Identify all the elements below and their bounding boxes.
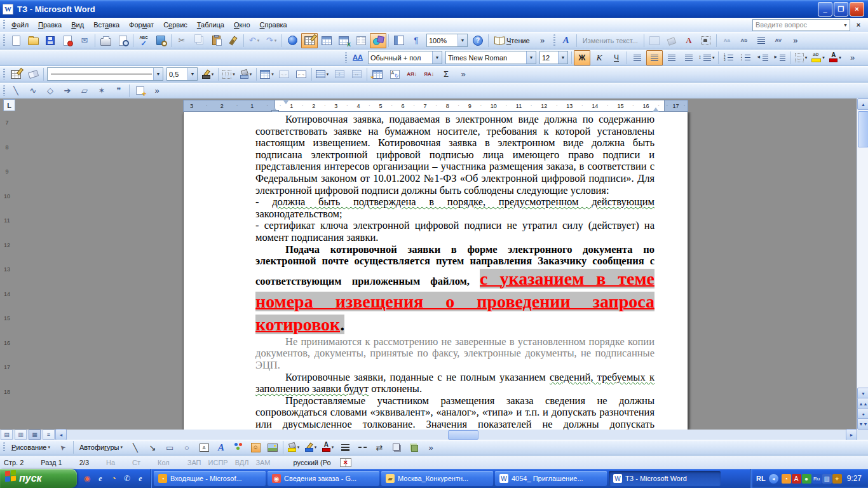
- menu-item-Таблица[interactable]: Таблица: [193, 20, 229, 30]
- fill-color-icon[interactable]: ▾: [285, 440, 302, 455]
- drawing-menu-button[interactable]: Рисование▾: [8, 440, 54, 455]
- bold-icon[interactable]: Ж: [574, 50, 590, 65]
- wordart-character-spacing-icon[interactable]: AV: [770, 33, 787, 48]
- toolbar-options-icon[interactable]: »: [787, 33, 804, 48]
- menu-item-Файл[interactable]: Файл: [7, 20, 33, 30]
- browser-ball-icon[interactable]: ◉: [82, 473, 92, 484]
- toolbar-grip[interactable]: [3, 442, 5, 453]
- line-color-icon[interactable]: ▾: [302, 440, 319, 455]
- scroll-right-icon[interactable]: ►: [846, 429, 857, 440]
- more-autoshapes-icon[interactable]: [132, 83, 148, 98]
- messenger-phone-icon[interactable]: ✆: [122, 473, 132, 484]
- internet-explorer-icon[interactable]: e: [95, 473, 105, 484]
- outline-view-button[interactable]: ≡: [43, 430, 55, 440]
- font-combobox[interactable]: Times New Roman▼: [445, 51, 536, 64]
- scroll-left-icon[interactable]: ◄: [55, 429, 67, 440]
- numbering-icon[interactable]: [721, 50, 737, 65]
- autoshapes-block-arrows-icon[interactable]: ➔: [59, 83, 76, 98]
- columns-icon[interactable]: [353, 33, 369, 48]
- tab-stop-selector[interactable]: L: [3, 99, 15, 111]
- redo-icon[interactable]: ↷▾: [263, 33, 280, 48]
- show-hide-marks-icon[interactable]: ¶: [408, 33, 424, 48]
- toolbar-grip[interactable]: [3, 34, 5, 46]
- chevron-down-icon[interactable]: ▼: [558, 51, 567, 64]
- text-box-icon[interactable]: [196, 440, 212, 455]
- wordart-same-letter-heights-icon[interactable]: Аа: [719, 33, 735, 48]
- taskbar-task[interactable]: WТЗ - Microsoft Word: [609, 471, 721, 486]
- paragraph[interactable]: - сертификат ключа электронной цифровой …: [255, 220, 654, 243]
- line-style-combobox[interactable]: ▼: [47, 67, 163, 81]
- borders-icon[interactable]: ▾: [220, 67, 237, 82]
- scroll-up-icon[interactable]: ▲: [857, 98, 868, 110]
- status-mode-ЗАП[interactable]: ЗАП: [186, 458, 203, 467]
- autoshapes-basic-shapes-icon[interactable]: ◇: [42, 83, 58, 98]
- status-mode-ИСПР[interactable]: ИСПР: [207, 458, 229, 467]
- chevron-down-icon[interactable]: ▼: [187, 68, 197, 80]
- menu-item-Правка[interactable]: Правка: [34, 20, 66, 30]
- paragraph[interactable]: Котировочная заявка, подаваемая в электр…: [255, 114, 654, 196]
- chevron-down-icon[interactable]: ▾: [250, 72, 252, 77]
- bullets-icon[interactable]: [738, 50, 754, 65]
- toolbar-grip[interactable]: [3, 85, 5, 97]
- chevron-down-icon[interactable]: ▾: [327, 72, 329, 77]
- cut-icon[interactable]: ✂: [173, 33, 190, 48]
- normal-view-button[interactable]: ▤: [1, 430, 13, 440]
- chevron-down-icon[interactable]: ▾: [822, 55, 825, 60]
- line-icon[interactable]: ╲: [127, 440, 144, 455]
- toolbar-grip[interactable]: [3, 20, 5, 29]
- new-document-icon[interactable]: [8, 33, 24, 48]
- taskbar-task[interactable]: ◔Входящие - Microsof...: [154, 471, 266, 486]
- oval-icon[interactable]: ○: [179, 440, 195, 455]
- highlight-icon[interactable]: ▾: [810, 50, 827, 65]
- edit-wordart-text-button[interactable]: Изменить текст...: [579, 33, 642, 48]
- autoshapes-flowchart-icon[interactable]: ▱: [76, 83, 93, 98]
- chevron-down-icon[interactable]: ▾: [839, 55, 841, 60]
- wordart-shape-icon[interactable]: А: [681, 33, 697, 48]
- taskbar-task[interactable]: ▰Москва_Конкурентн...: [381, 471, 493, 486]
- toolbar-options-icon[interactable]: »: [423, 440, 439, 455]
- taskbar-task[interactable]: ◉Сведения заказа - G...: [268, 471, 379, 486]
- chevron-down-icon[interactable]: ▾: [332, 445, 334, 450]
- 3d-style-icon[interactable]: [405, 440, 422, 455]
- font-color-icon[interactable]: ▾: [827, 50, 844, 65]
- styles-and-formatting-icon[interactable]: АА: [349, 50, 366, 65]
- increase-indent-icon[interactable]: [772, 50, 789, 65]
- font-color-icon[interactable]: ▾: [320, 440, 336, 455]
- toolbar-grip[interactable]: [553, 34, 555, 46]
- tables-and-borders-icon[interactable]: [301, 33, 318, 48]
- horizontal-scroll-thumb[interactable]: [448, 430, 478, 440]
- right-indent-marker[interactable]: [653, 107, 659, 112]
- paragraph[interactable]: Подача котировочной заявки в форме элект…: [255, 244, 654, 336]
- print-preview-icon[interactable]: [114, 33, 131, 48]
- taskbar-clock[interactable]: 9:27: [847, 474, 862, 483]
- menu-item-Сервис[interactable]: Сервис: [159, 20, 192, 30]
- ask-question-input[interactable]: Введите вопрос ▼: [752, 19, 850, 31]
- tray-chevron-icon[interactable]: ◂: [769, 474, 778, 484]
- chevron-down-icon[interactable]: ▾: [275, 38, 277, 43]
- copy-icon[interactable]: [191, 33, 207, 48]
- distribute-rows-icon[interactable]: [331, 67, 348, 82]
- status-language[interactable]: русский (Ро: [294, 459, 331, 466]
- insert-excel-table-icon[interactable]: [336, 33, 352, 48]
- mail-recipient-icon[interactable]: ✉: [76, 33, 93, 48]
- distribute-columns-icon[interactable]: [348, 67, 365, 82]
- menu-item-Формат[interactable]: Формат: [125, 20, 158, 30]
- chevron-down-icon[interactable]: ▾: [121, 445, 123, 450]
- browse-next-icon[interactable]: ▼▼: [857, 418, 868, 430]
- font-size-combobox[interactable]: 12▼: [539, 51, 568, 64]
- arrow-style-icon[interactable]: ⇄: [371, 440, 388, 455]
- cell-alignment-icon[interactable]: ▾: [314, 67, 330, 82]
- outlook-clock-icon[interactable]: ◔: [109, 473, 119, 484]
- tray-update-icon[interactable]: ✦: [832, 474, 842, 484]
- chevron-down-icon[interactable]: ▾: [712, 55, 715, 60]
- merge-cells-icon[interactable]: [276, 67, 292, 82]
- menu-item-Окно[interactable]: Окно: [229, 20, 255, 30]
- chevron-down-icon[interactable]: ▾: [805, 55, 808, 60]
- border-color-icon[interactable]: ▾: [200, 67, 216, 82]
- tray-agent-icon[interactable]: ●: [802, 474, 811, 484]
- tray-display-icon[interactable]: ▥: [822, 474, 832, 484]
- minimize-icon[interactable]: _: [818, 2, 832, 17]
- paragraph[interactable]: Предоставляемые участником размещения за…: [255, 395, 654, 430]
- chevron-down-icon[interactable]: ▾: [233, 72, 235, 77]
- chevron-down-icon[interactable]: ▾: [212, 72, 214, 77]
